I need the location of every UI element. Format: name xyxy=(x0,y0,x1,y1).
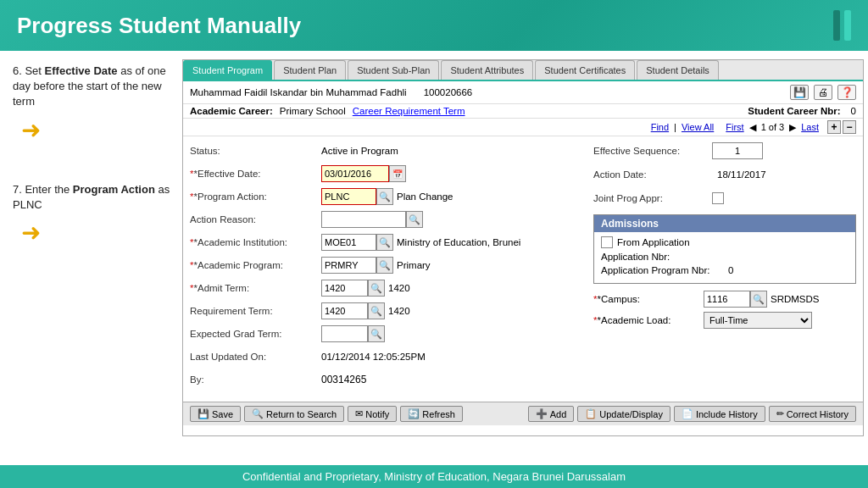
action-bar: 💾 Save 🔍 Return to Search ✉ Notify 🔄 Ref… xyxy=(183,402,863,425)
tab-student-program[interactable]: Student Program xyxy=(183,60,272,80)
form-left-col: Status: Active in Program **Effective Da… xyxy=(190,141,585,393)
eff-seq-input[interactable] xyxy=(712,142,763,159)
update-display-button[interactable]: 📋 Update/Display xyxy=(577,406,670,422)
include-history-icon: 📄 xyxy=(682,408,693,419)
tab-student-plan[interactable]: Student Plan xyxy=(274,60,346,80)
acad-inst-desc: Ministry of Education, Brunei xyxy=(397,237,520,247)
nav-pages: 1 of 3 xyxy=(761,122,785,132)
app-nbr-row: Application Nbr: xyxy=(601,252,849,262)
career-label: Academic Career: xyxy=(190,106,273,116)
admit-term-search[interactable]: 🔍 xyxy=(368,280,385,297)
acad-load-label: **Academic Load: xyxy=(593,315,704,325)
tab-student-details[interactable]: Student Details xyxy=(637,60,719,80)
nav-next-btn[interactable]: ▶ xyxy=(789,122,796,133)
from-app-label: From Application xyxy=(617,237,690,247)
acad-prog-label: **Academic Program: xyxy=(190,260,321,270)
campus-search[interactable]: 🔍 xyxy=(750,291,767,308)
status-label: Status: xyxy=(190,146,321,156)
remove-row-button[interactable]: − xyxy=(843,120,856,134)
acad-inst-input[interactable] xyxy=(321,234,376,251)
prog-action-desc: Plan Change xyxy=(397,191,453,202)
req-term-row: Requirement Term: 🔍 1420 xyxy=(190,302,585,320)
correct-history-icon: ✏ xyxy=(776,408,784,419)
save-icon[interactable]: 💾 xyxy=(790,85,809,100)
step-7-text: 7. Enter the Program Action as PLNC xyxy=(13,182,174,213)
prog-action-search[interactable]: 🔍 xyxy=(376,188,393,205)
by-value: 00314265 xyxy=(321,374,366,385)
exp-grad-row: Expected Grad Term: 🔍 xyxy=(190,324,585,343)
career-nbr-label: Student Career Nbr: xyxy=(748,106,840,116)
calendar-button[interactable]: 📅 xyxy=(389,165,406,182)
student-icons: 💾 🖨 ❓ xyxy=(790,85,856,100)
career-nbr-value: 0 xyxy=(851,106,856,116)
arrow-step7: ➜ xyxy=(21,216,41,249)
last-updated-value: 01/12/2014 12:05:25PM xyxy=(321,352,426,362)
step-6-block: 6. Set Effective Date as of one day befo… xyxy=(13,64,174,148)
action-date-row: Action Date: 18/11/2017 xyxy=(593,165,856,184)
last-updated-row: Last Updated On: 01/12/2014 12:05:25PM xyxy=(190,347,585,366)
acad-inst-search[interactable]: 🔍 xyxy=(376,234,393,251)
refresh-button[interactable]: 🔄 Refresh xyxy=(400,406,463,422)
from-app-checkbox[interactable] xyxy=(601,236,613,248)
req-term-label: Requirement Term: xyxy=(190,306,321,316)
acad-prog-input[interactable] xyxy=(321,257,376,274)
acad-inst-label: **Academic Institution: xyxy=(190,237,321,247)
nav-first[interactable]: First xyxy=(726,122,743,132)
from-app-row: From Application xyxy=(601,236,849,248)
nav-row: Find | View All First ◀ 1 of 3 ▶ Last + … xyxy=(183,119,863,136)
add-button[interactable]: ➕ Add xyxy=(528,406,575,422)
tab-student-sub-plan[interactable]: Student Sub-Plan xyxy=(348,60,439,80)
action-reason-search[interactable]: 🔍 xyxy=(406,211,423,228)
status-row: Status: Active in Program xyxy=(190,141,585,160)
app-prog-nbr-label: Application Program Nbr: xyxy=(601,265,728,275)
student-id: 100020666 xyxy=(424,87,473,97)
main-content: 6. Set Effective Date as of one day befo… xyxy=(0,51,868,436)
page-title: Progress Student Manually xyxy=(17,13,301,39)
view-all-link[interactable]: View All xyxy=(682,122,714,132)
exp-grad-input[interactable] xyxy=(321,325,368,342)
header-bar-2 xyxy=(844,10,851,41)
joint-prog-row: Joint Prog Appr: xyxy=(593,189,856,208)
admit-term-label: **Admit Term: xyxy=(190,283,321,293)
admissions-body: From Application Application Nbr: Applic… xyxy=(594,232,855,283)
exp-grad-search[interactable]: 🔍 xyxy=(368,325,385,342)
arrow-step6: ➜ xyxy=(21,114,41,147)
add-row-button[interactable]: + xyxy=(827,120,841,134)
tab-student-certificates[interactable]: Student Certificates xyxy=(535,60,635,80)
info-icon[interactable]: ❓ xyxy=(837,85,856,100)
action-date-label: Action Date: xyxy=(593,169,712,180)
find-link[interactable]: Find xyxy=(651,122,669,132)
action-reason-input[interactable] xyxy=(321,211,406,228)
nav-last[interactable]: Last xyxy=(801,122,819,132)
joint-prog-checkbox[interactable] xyxy=(712,192,724,204)
tab-student-attributes[interactable]: Student Attributes xyxy=(441,60,533,80)
acad-prog-search[interactable]: 🔍 xyxy=(376,257,393,274)
save-button[interactable]: 💾 Save xyxy=(190,406,241,422)
prog-action-input[interactable] xyxy=(321,188,376,205)
eff-seq-row: Effective Sequence: xyxy=(593,141,856,160)
acad-load-select[interactable]: Full-Time Part-Time Less Than Half-Time xyxy=(704,312,812,329)
admit-term-desc: 1420 xyxy=(388,283,410,293)
req-term-input[interactable] xyxy=(321,302,368,319)
campus-input[interactable] xyxy=(704,291,750,308)
nav-separator: | xyxy=(674,122,676,132)
student-name: Muhammad Faidil Iskandar bin Muhammad Fa… xyxy=(190,87,407,97)
req-term-search[interactable]: 🔍 xyxy=(368,302,385,319)
career-req-term-link[interactable]: Career Requirement Term xyxy=(353,106,465,116)
step-6-text: 6. Set Effective Date as of one day befo… xyxy=(13,64,174,110)
eff-date-input[interactable] xyxy=(321,165,389,182)
prog-action-label: **Program Action: xyxy=(190,191,321,202)
add-icon: ➕ xyxy=(536,408,548,419)
return-to-search-button[interactable]: 🔍 Return to Search xyxy=(244,406,344,422)
by-row: By: 00314265 xyxy=(190,370,585,389)
admissions-header: Admissions xyxy=(594,215,855,232)
notify-button[interactable]: ✉ Notify xyxy=(348,406,397,422)
eff-seq-label: Effective Sequence: xyxy=(593,146,712,156)
correct-history-button[interactable]: ✏ Correct History xyxy=(769,406,856,422)
footer: Confidential and Proprietary, Ministry o… xyxy=(0,465,868,488)
print-icon[interactable]: 🖨 xyxy=(814,85,832,100)
nav-prev-btn[interactable]: ◀ xyxy=(749,122,756,133)
last-updated-label: Last Updated On: xyxy=(190,352,321,362)
include-history-button[interactable]: 📄 Include History xyxy=(674,406,765,422)
admit-term-input[interactable] xyxy=(321,280,368,297)
